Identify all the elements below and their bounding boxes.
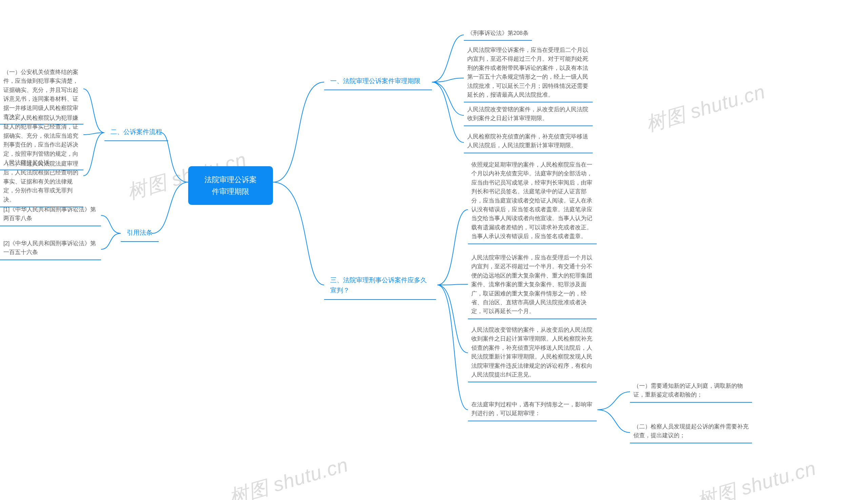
branch-4-label: 引用法条: [127, 229, 153, 236]
leaf-3-4-1-text: （一）需要通知新的证人到庭，调取新的物证，重新鉴定或者勘验的；: [633, 383, 743, 398]
leaf-1-2-text: 人民法院审理公诉案件，应当在受理后二个月以内宣判，至迟不得超过三个月。对于可能判…: [467, 47, 588, 98]
leaf-3-4-1[interactable]: （一）需要通知新的证人到庭，调取新的物证，重新鉴定或者勘验的；: [630, 380, 752, 403]
branch-3[interactable]: 三、法院审理刑事公诉案件应多久宣判？: [324, 273, 436, 300]
leaf-4-1[interactable]: [1]《中华人民共和国刑事诉讼法》第两百零八条: [0, 204, 101, 226]
mindmap-canvas[interactable]: 树图 shutu.cn 树图 shutu.cn 树图 shutu.cn 树图 s…: [0, 0, 868, 500]
watermark: 树图 shutu.cn: [226, 452, 351, 500]
leaf-3-3[interactable]: 人民法院改变管辖的案件，从改变后的人民法院收到案件之日起计算审理期限。人民检察院…: [468, 324, 597, 382]
root-title: 法院审理公诉案件审理期限: [205, 175, 257, 196]
leaf-3-4-2[interactable]: （二）检察人员发现提起公诉的案件需要补充侦查，提出建议的；: [630, 421, 752, 443]
branch-1-label: 一、法院审理公诉案件审理期限: [330, 77, 420, 84]
branch-1[interactable]: 一、法院审理公诉案件审理期限: [324, 74, 432, 90]
leaf-3-2-text: 人民法院审理公诉案件，应当在受理后一个月以内宣判，至迟不得超过一个半月。有交通十…: [471, 254, 592, 314]
branch-2-label: 二、公诉案件流程: [111, 128, 162, 135]
leaf-1-1-text: 《刑事诉讼法》第208条: [467, 30, 529, 36]
leaf-4-1-text: [1]《中华人民共和国刑事诉讼法》第两百零八条: [3, 206, 96, 221]
leaf-3-4[interactable]: 在法庭审判过程中，遇有下列情形之一，影响审判进行的，可以延期审理：: [468, 399, 597, 421]
leaf-1-2[interactable]: 人民法院审理公诉案件，应当在受理后二个月以内宣判，至迟不得超过三个月。对于可能判…: [464, 44, 593, 102]
leaf-3-1[interactable]: 依照规定延期审理的案件，人民检察院应当在一个月以内补充侦查完毕。法庭审判的全部活…: [468, 159, 597, 244]
root-node[interactable]: 法院审理公诉案件审理期限: [188, 166, 273, 205]
leaf-1-4[interactable]: 人民检察院补充侦查的案件，补充侦查完毕移送人民法院后，人民法院重新计算审理期限。: [464, 130, 593, 153]
branch-2[interactable]: 二、公诉案件流程: [104, 125, 168, 141]
leaf-3-3-text: 人民法院改变管辖的案件，从改变后的人民法院收到案件之日起计算审理期限。人民检察院…: [471, 327, 592, 377]
leaf-1-1[interactable]: 《刑事诉讼法》第208条: [464, 27, 532, 41]
leaf-1-3-text: 人民法院改变管辖的案件，从改变后的人民法院收到案件之日起计算审理期限。: [467, 106, 588, 121]
leaf-3-1-text: 依照规定延期审理的案件，人民检察院应当在一个月以内补充侦查完毕。法庭审判的全部活…: [471, 161, 592, 239]
watermark: 树图 shutu.cn: [694, 455, 819, 500]
branch-3-label: 三、法院审理刑事公诉案件应多久宣判？: [330, 276, 427, 294]
branch-4[interactable]: 引用法条: [121, 226, 159, 242]
leaf-3-2[interactable]: 人民法院审理公诉案件，应当在受理后一个月以内宣判，至迟不得超过一个半月。有交通十…: [468, 252, 597, 319]
leaf-4-2-text: [2]《中华人民共和国刑事诉讼法》第一百五十六条: [3, 240, 96, 255]
leaf-3-4-text: 在法庭审判过程中，遇有下列情形之一，影响审判进行的，可以延期审理：: [471, 401, 592, 416]
leaf-1-3[interactable]: 人民法院改变管辖的案件，从改变后的人民法院收到案件之日起计算审理期限。: [464, 103, 593, 126]
leaf-2-3[interactable]: （三）经过人民法院法庭审理后，人民法院根据已经查明的事实、证据和有关的法律规定，…: [0, 158, 83, 207]
leaf-3-4-2-text: （二）检察人员发现提起公诉的案件需要补充侦查，提出建议的；: [633, 423, 749, 438]
watermark: 树图 shutu.cn: [643, 79, 768, 138]
leaf-4-2[interactable]: [2]《中华人民共和国刑事诉讼法》第一百五十六条: [0, 237, 101, 260]
leaf-2-3-text: （三）经过人民法院法庭审理后，人民法院根据已经查明的事实、证据和有关的法律规定，…: [3, 160, 78, 203]
leaf-1-4-text: 人民检察院补充侦查的案件，补充侦查完毕移送人民法院后，人民法院重新计算审理期限。: [467, 133, 588, 148]
